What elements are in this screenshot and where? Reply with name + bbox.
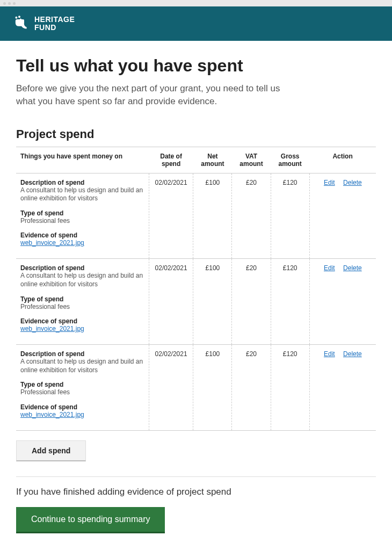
finish-text: If you have finished adding evidence of … [16,487,376,497]
brand-logo: HERITAGE FUND [13,15,379,32]
desc-label: Description of spend [20,264,144,272]
desc-text: A consultant to help us design and build… [20,186,144,203]
cell-date: 02/02/2021 [149,259,193,345]
page-intro: Before we give you the next part of your… [16,82,295,108]
svg-point-0 [15,17,17,19]
desc-label: Description of spend [20,350,144,358]
brand-line2: FUND [34,24,75,32]
type-label: Type of spend [20,209,144,217]
add-spend-button[interactable]: Add spend [16,440,86,461]
header: HERITAGE FUND [0,6,392,41]
type-label: Type of spend [20,295,144,303]
table-row: Description of spend A consultant to hel… [16,345,376,431]
divider [16,476,376,477]
svg-point-1 [18,16,20,18]
col-date: Date of spend [149,147,193,173]
delete-link[interactable]: Delete [343,264,362,272]
spend-table: Things you have spent money on Date of s… [16,147,376,431]
brand-line1: HERITAGE [34,16,75,24]
browser-chrome [0,0,392,6]
type-text: Professional fees [20,217,144,226]
edit-link[interactable]: Edit [324,179,335,186]
cell-gross: £120 [271,345,309,431]
col-net: Net amount [193,147,232,173]
page-title: Tell us what you have spent [16,56,376,76]
table-row: Description of spend A consultant to hel… [16,173,376,259]
svg-rect-2 [17,19,19,24]
svg-rect-4 [23,19,24,24]
evidence-file-link[interactable]: web_invoice_2021.jpg [20,411,84,418]
desc-label: Description of spend [20,179,144,186]
section-heading: Project spend [16,127,376,141]
continue-button[interactable]: Continue to spending summary [16,507,165,533]
col-gross: Gross amount [271,147,309,173]
desc-text: A consultant to help us design and build… [20,358,144,374]
cell-gross: £120 [271,173,309,259]
edit-link[interactable]: Edit [324,264,335,272]
evidence-file-link[interactable]: web_invoice_2021.jpg [20,325,84,332]
cell-vat: £20 [232,173,271,259]
type-text: Professional fees [20,303,144,312]
cell-net: £100 [193,345,232,431]
cell-vat: £20 [232,259,271,345]
evidence-label: Evidence of spend [20,231,144,239]
type-text: Professional fees [20,388,144,397]
type-label: Type of spend [20,381,144,388]
evidence-label: Evidence of spend [20,403,144,411]
cell-gross: £120 [271,259,309,345]
main-content: Tell us what you have spent Before we gi… [0,41,392,550]
col-things: Things you have spent money on [16,147,149,173]
lottery-hand-icon [13,15,30,32]
svg-rect-3 [20,18,21,24]
cell-vat: £20 [232,345,271,431]
cell-net: £100 [193,259,232,345]
evidence-label: Evidence of spend [20,317,144,325]
cell-date: 02/02/2021 [149,173,193,259]
col-action: Action [309,147,376,173]
col-vat: VAT amount [232,147,271,173]
cell-date: 02/02/2021 [149,345,193,431]
edit-link[interactable]: Edit [324,350,335,358]
evidence-file-link[interactable]: web_invoice_2021.jpg [20,239,84,247]
cell-net: £100 [193,173,232,259]
delete-link[interactable]: Delete [343,350,362,358]
delete-link[interactable]: Delete [343,179,362,186]
table-row: Description of spend A consultant to hel… [16,259,376,345]
desc-text: A consultant to help us design and build… [20,272,144,288]
